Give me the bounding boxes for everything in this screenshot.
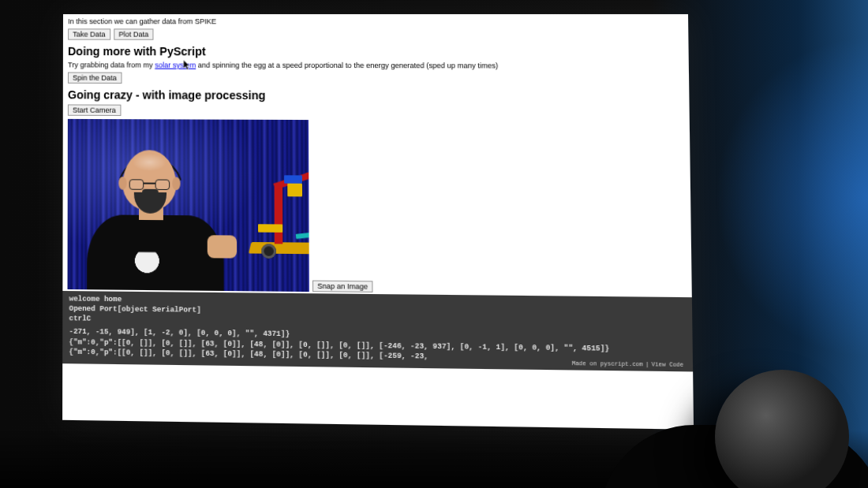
take-data-button[interactable]: Take Data (68, 28, 110, 39)
terminal-output: welcome home Opened Port[object SerialPo… (62, 291, 693, 371)
hand (208, 235, 237, 258)
start-camera-button[interactable]: Start Camera (68, 104, 121, 116)
plot-data-button[interactable]: Plot Data (114, 28, 153, 39)
ear-right (172, 177, 180, 191)
desc-pre: Try grabbing data from my (68, 61, 155, 69)
snap-image-button[interactable]: Snap an Image (312, 281, 373, 292)
desc-post: and spinning the egg at a speed proporti… (196, 61, 498, 69)
footer-made-on[interactable]: Made on pyscript.com (570, 360, 645, 368)
camera-row: Snap an Image (68, 119, 687, 296)
ear-left (118, 177, 126, 190)
heading-more-pyscript: Doing more with PyScript (68, 45, 683, 59)
spin-data-button[interactable]: Spin the Data (68, 73, 122, 84)
audience-head (715, 370, 849, 488)
page-content: In this section we can gather data from … (62, 14, 691, 296)
lego-rig (241, 155, 309, 255)
desc-more-pyscript: Try grabbing data from my solar system a… (68, 61, 684, 70)
intro-text: In this section we can gather data from … (68, 17, 683, 26)
pyscript-footer: Made on pyscript.com|View Code (570, 360, 687, 368)
presenter-figure (82, 151, 229, 291)
hoodie (87, 214, 223, 291)
heading-image-processing: Going crazy - with image processing (68, 88, 684, 103)
conference-room-scene: In this section we can gather data from … (0, 0, 868, 488)
projected-screen: In this section we can gather data from … (62, 14, 694, 430)
footer-view-code[interactable]: View Code (649, 361, 686, 368)
room-blue-glow (710, 32, 868, 363)
head (122, 150, 176, 210)
solar-system-link[interactable]: solar system (155, 61, 196, 69)
camera-feed (68, 119, 309, 292)
